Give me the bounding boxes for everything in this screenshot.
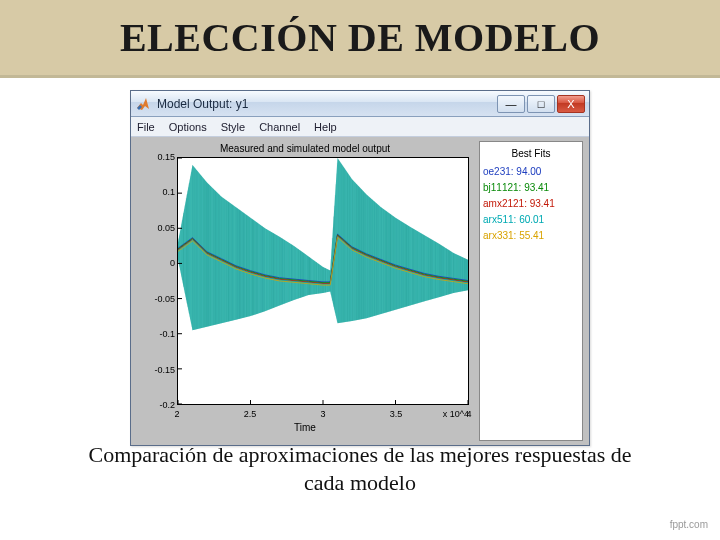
- footer-credit: fppt.com: [670, 519, 708, 530]
- plot-axes[interactable]: [177, 157, 469, 405]
- legend-items: oe231: 94.00bj11121: 93.41amx2121: 93.41…: [483, 164, 579, 244]
- x-axis-label: Time: [135, 422, 475, 433]
- y-tick: -0.1: [139, 329, 175, 339]
- stage: Model Output: y1 — □ X File Options Styl…: [0, 78, 720, 446]
- caption-line-1: Comparación de aproximaciones de las mej…: [88, 442, 631, 467]
- menu-help[interactable]: Help: [314, 121, 337, 133]
- minimize-button[interactable]: —: [497, 95, 525, 113]
- plot-panel: Measured and simulated model output -0.2…: [135, 141, 475, 441]
- plot-svg: [178, 158, 468, 404]
- menubar: File Options Style Channel Help: [131, 117, 589, 137]
- menu-channel[interactable]: Channel: [259, 121, 300, 133]
- menu-style[interactable]: Style: [221, 121, 245, 133]
- legend-title: Best Fits: [483, 146, 579, 162]
- y-tick: -0.15: [139, 365, 175, 375]
- x-tick: 2.5: [244, 409, 257, 419]
- window-title: Model Output: y1: [157, 97, 491, 111]
- axes-box: Measured and simulated model output -0.2…: [135, 141, 475, 441]
- x-tick: 2: [174, 409, 179, 419]
- legend-panel: Best Fits oe231: 94.00bj11121: 93.41amx2…: [479, 141, 583, 441]
- x-tick: 3.5: [390, 409, 403, 419]
- x-tick: 3: [320, 409, 325, 419]
- maximize-button[interactable]: □: [527, 95, 555, 113]
- slide-title-band: ELECCIÓN DE MODELO: [0, 0, 720, 78]
- y-tick: 0.1: [139, 187, 175, 197]
- matlab-icon: [135, 96, 151, 112]
- slide-title: ELECCIÓN DE MODELO: [120, 14, 600, 61]
- menu-options[interactable]: Options: [169, 121, 207, 133]
- menu-file[interactable]: File: [137, 121, 155, 133]
- y-tick: 0.15: [139, 152, 175, 162]
- close-button[interactable]: X: [557, 95, 585, 113]
- y-tick: 0.05: [139, 223, 175, 233]
- window-titlebar[interactable]: Model Output: y1 — □ X: [131, 91, 589, 117]
- y-tick: 0: [139, 258, 175, 268]
- slide-caption: Comparación de aproximaciones de las mej…: [0, 441, 720, 496]
- figure-area: Measured and simulated model output -0.2…: [131, 137, 589, 445]
- window-controls: — □ X: [497, 95, 585, 113]
- matlab-figure-window: Model Output: y1 — □ X File Options Styl…: [130, 90, 590, 446]
- caption-line-2: cada modelo: [304, 470, 416, 495]
- y-tick: -0.05: [139, 294, 175, 304]
- y-tick: -0.2: [139, 400, 175, 410]
- legend-item[interactable]: bj11121: 93.41: [483, 180, 579, 196]
- legend-item[interactable]: arx331: 55.41: [483, 228, 579, 244]
- legend-item[interactable]: arx511: 60.01: [483, 212, 579, 228]
- legend-item[interactable]: amx2121: 93.41: [483, 196, 579, 212]
- legend-item[interactable]: oe231: 94.00: [483, 164, 579, 180]
- plot-title: Measured and simulated model output: [135, 143, 475, 154]
- x-axis-exponent: x 10^4: [443, 409, 469, 419]
